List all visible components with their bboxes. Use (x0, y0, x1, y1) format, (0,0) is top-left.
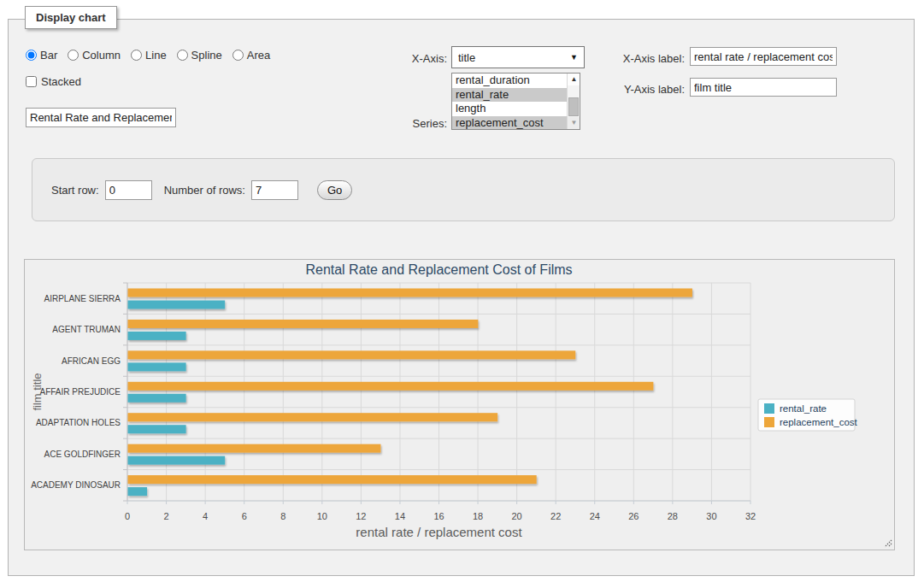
resize-grip-icon[interactable] (882, 538, 892, 548)
start-row-label: Start row: (51, 184, 99, 197)
x-tick-label: 8 (280, 511, 285, 521)
chart-title: Rental Rate and Replacement Cost of Film… (305, 262, 572, 277)
chart-type-radios: BarColumnLineSplineArea (26, 49, 270, 62)
x-axis-select[interactable]: title ▼ (451, 46, 585, 68)
stacked-row: Stacked (26, 75, 81, 88)
stacked-checkbox[interactable] (26, 76, 37, 87)
bar-rental_rate[interactable] (128, 456, 226, 465)
bar-replacement_cost[interactable] (128, 413, 498, 421)
chart-type-option-bar[interactable]: Bar (26, 49, 57, 62)
series-option-rental_duration[interactable]: rental_duration (452, 73, 567, 88)
bar-rental_rate[interactable] (128, 425, 186, 433)
x-tick-label: 0 (125, 511, 130, 521)
x-tick-label: 30 (706, 511, 716, 521)
series-option-rental_rate[interactable]: rental_rate (452, 88, 567, 103)
x-tick-label: 26 (628, 511, 639, 521)
x-tick-label: 16 (433, 511, 444, 521)
y-axis-label-field-label: Y-Axis label: (608, 83, 685, 96)
series-listbox[interactable]: rental_durationrental_ratelengthreplacem… (451, 73, 580, 130)
chart-type-option-area[interactable]: Area (232, 49, 270, 62)
category-label: ACE GOLDFINGER (44, 450, 121, 459)
x-axis-title: rental rate / replacement cost (356, 525, 522, 539)
chart-type-option-column[interactable]: Column (68, 49, 121, 62)
legend-item-rental_rate[interactable]: rental_rate (764, 403, 827, 414)
start-row-input[interactable] (105, 180, 152, 200)
number-of-rows-input[interactable] (251, 180, 298, 200)
chart-legend: rental_ratereplacement_cost (758, 399, 858, 431)
go-button[interactable]: Go (317, 180, 352, 200)
panel-title: Display chart (36, 11, 106, 24)
chart-type-radio-label: Area (247, 49, 270, 62)
x-tick-label: 24 (590, 511, 600, 521)
bar-rental_rate[interactable] (128, 301, 226, 309)
category-label: AIRPLANE SIERRA (44, 294, 121, 303)
series-listbox-options: rental_durationrental_ratelengthreplacem… (452, 73, 567, 129)
chart-type-radio-bar[interactable] (26, 50, 37, 61)
category-label: ADAPTATION HOLES (36, 418, 121, 427)
bar-replacement_cost[interactable] (128, 382, 654, 391)
legend-swatch (764, 403, 774, 414)
category-label: ACADEMY DINOSAUR (31, 480, 121, 490)
bar-rental_rate[interactable] (128, 487, 148, 496)
stacked-label: Stacked (41, 75, 81, 88)
x-axis-label: X-Axis: (370, 52, 447, 65)
chart-type-radio-column[interactable] (68, 50, 79, 61)
category-label: AGENT TRUMAN (52, 325, 121, 334)
chart-type-radio-line[interactable] (131, 50, 142, 61)
x-tick-label: 4 (203, 511, 208, 521)
chart-type-option-spline[interactable]: Spline (177, 49, 222, 62)
chart-type-option-line[interactable]: Line (131, 49, 167, 62)
y-axis-label-input[interactable] (690, 78, 837, 97)
bar-rental_rate[interactable] (128, 362, 186, 371)
bar-replacement_cost[interactable] (128, 350, 576, 359)
chart-title-input[interactable] (26, 108, 176, 127)
number-of-rows-label: Number of rows: (164, 184, 245, 197)
y-axis-title: film title (31, 373, 44, 410)
chart-type-radio-label: Column (82, 49, 121, 62)
chart-canvas: Rental Rate and Replacement Cost of Film… (25, 260, 894, 552)
x-tick-label: 20 (512, 511, 522, 521)
x-axis-label-field-label: X-Axis label: (608, 52, 685, 65)
legend-label: rental_rate (780, 403, 827, 414)
legend-swatch (764, 417, 774, 427)
chart-type-radio-label: Bar (40, 49, 57, 62)
chart-type-radio-label: Spline (191, 49, 222, 62)
x-tick-label: 22 (550, 511, 561, 521)
series-option-length[interactable]: length (452, 102, 567, 116)
x-tick-label: 14 (395, 511, 405, 521)
x-tick-label: 18 (473, 511, 483, 521)
bar-replacement_cost[interactable] (128, 320, 479, 328)
select-arrow-icon: ▼ (570, 53, 578, 62)
category-label: AFRICAN EGG (62, 356, 121, 366)
scrollbar-thumb[interactable] (568, 97, 579, 116)
bar-chart: Rental Rate and Replacement Cost of Film… (25, 260, 894, 550)
scrollbar-up-icon[interactable]: ▲ (568, 73, 580, 85)
x-tick-label: 10 (317, 511, 327, 521)
bar-replacement_cost[interactable] (128, 444, 381, 453)
chart-type-radio-spline[interactable] (177, 50, 188, 61)
chart-type-radio-area[interactable] (232, 50, 244, 61)
panel-title-tab: Display chart (25, 6, 117, 29)
bar-rental_rate[interactable] (128, 332, 186, 340)
category-label: AFFAIR PREJUDICE (40, 387, 121, 397)
series-scrollbar[interactable]: ▲ ▼ (567, 73, 580, 129)
x-tick-label: 12 (356, 511, 366, 521)
scrollbar-down-icon[interactable]: ▼ (568, 117, 580, 129)
series-label: Series: (370, 117, 447, 130)
x-tick-label: 2 (164, 511, 169, 521)
legend-label: replacement_cost (780, 417, 858, 427)
x-axis-label-input[interactable] (690, 47, 837, 66)
x-tick-label: 6 (242, 511, 247, 521)
bar-replacement_cost[interactable] (128, 289, 692, 297)
x-axis-select-value: title (458, 51, 570, 64)
x-tick-label: 32 (745, 511, 756, 521)
rows-panel: Start row: Number of rows: Go (32, 158, 895, 221)
bar-replacement_cost[interactable] (128, 475, 537, 484)
x-tick-label: 28 (668, 511, 678, 521)
series-option-replacement_cost[interactable]: replacement_cost (452, 116, 567, 131)
chart-type-radio-label: Line (145, 49, 167, 62)
chart-container: Rental Rate and Replacement Cost of Film… (24, 259, 895, 550)
bar-rental_rate[interactable] (128, 394, 186, 403)
